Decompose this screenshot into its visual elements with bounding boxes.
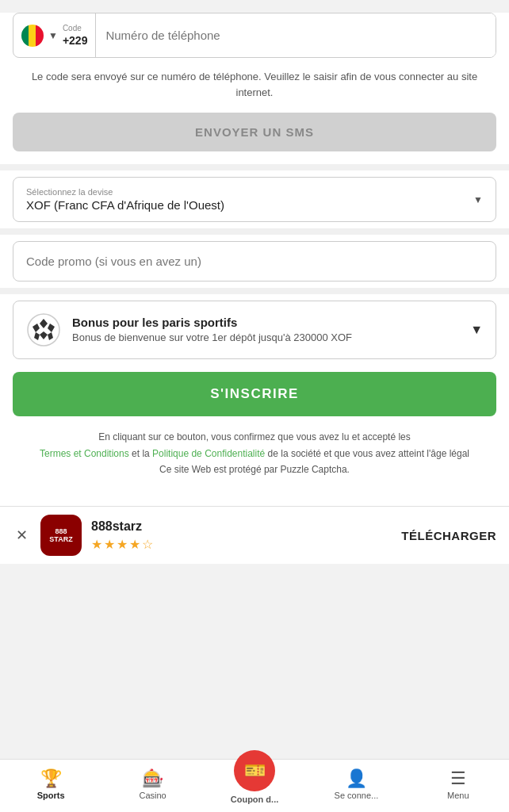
nav-sports-label: Sports [37,791,65,800]
code-value: +229 [63,33,88,48]
app-name: 888starz [91,519,392,534]
bonus-text: Bonus pour les paris sportifs Bonus de b… [72,316,459,345]
currency-chevron-icon: ▼ [473,194,483,205]
terms-line2: de la société et que vous avez atteint l… [268,448,469,459]
app-banner: ✕ 888 STARZ 888starz ★ ★ ★ ★ ☆ TÉLÉCHARG… [0,506,509,564]
banner-close-button[interactable]: ✕ [13,523,31,547]
phone-row: ▼ Code +229 [13,13,496,58]
currency-inner: Sélectionnez la devise XOF (Franc CFA d'… [26,187,224,212]
star-4: ★ [129,537,140,552]
flag-icon [21,25,44,47]
send-sms-button[interactable]: ENVOYER UN SMS [13,113,496,151]
nav-casino[interactable]: 🎰 Casino [101,770,203,800]
nav-coupon[interactable]: 🎫 Coupon d... [204,766,305,804]
section-divider-3 [0,288,509,294]
bottom-nav: 🏆 Sports 🎰 Casino 🎫 Coupon d... 👤 Se con… [0,759,509,812]
section-divider-2 [0,228,509,235]
section-divider [0,164,509,170]
currency-label: Sélectionnez la devise [26,187,224,197]
bonus-description: Bonus de bienvenue sur votre 1er dépôt j… [72,331,459,345]
coupon-icon: 🎫 [244,760,266,781]
bonus-title: Bonus pour les paris sportifs [72,316,459,329]
app-info: 888starz ★ ★ ★ ★ ☆ [91,519,392,552]
star-2: ★ [104,537,115,552]
menu-icon: ☰ [450,770,466,787]
country-code-info: Code +229 [63,23,88,48]
bonus-box[interactable]: Bonus pour les paris sportifs Bonus de b… [13,301,496,359]
trophy-icon: 🏆 [40,770,62,787]
phone-info-text: Le code sera envoyé sur ce numéro de tél… [0,66,509,113]
nav-menu-label: Menu [447,791,469,800]
coupon-circle: 🎫 [234,750,275,791]
nav-coupon-label: Coupon d... [231,795,278,804]
code-label: Code [63,23,88,33]
country-chevron-icon: ▼ [48,30,58,41]
casino-icon: 🎰 [142,770,163,787]
nav-sports[interactable]: 🏆 Sports [0,770,101,800]
privacy-link[interactable]: Politique de Confidentialité [152,448,265,459]
terms-line1: En cliquant sur ce bouton, vous confirme… [98,431,411,442]
star-1: ★ [91,537,102,552]
star-3: ★ [117,537,128,552]
user-icon: 👤 [346,770,367,787]
register-button[interactable]: S'INSCRIRE [13,372,496,416]
nav-menu[interactable]: ☰ Menu [408,770,509,800]
spacer [0,564,509,643]
app-icon-text: 888 STARZ [49,527,72,545]
bonus-chevron-icon: ▼ [470,323,483,337]
download-button[interactable]: TÉLÉCHARGER [401,529,496,542]
app-icon: 888 STARZ [40,515,82,556]
country-selector[interactable]: ▼ Code +229 [13,13,96,57]
star-half: ☆ [142,537,153,552]
terms-mid: et la [132,448,152,459]
nav-login[interactable]: 👤 Se conne... [305,770,407,800]
currency-selector[interactable]: Sélectionnez la devise XOF (Franc CFA d'… [13,177,496,222]
nav-casino-label: Casino [139,791,166,800]
promo-code-input[interactable] [13,241,496,282]
terms-link[interactable]: Termes et Conditions [40,448,129,459]
main-content: ▼ Code +229 Le code sera envoyé sur ce n… [0,13,509,506]
captcha-text: Ce site Web est protégé par Puzzle Captc… [159,464,350,475]
phone-input[interactable] [96,13,496,57]
app-stars: ★ ★ ★ ★ ☆ [91,537,392,552]
currency-value: XOF (Franc CFA d'Afrique de l'Ouest) [26,198,224,212]
terms-text: En cliquant sur ce bouton, vous confirme… [0,429,509,493]
soccer-ball-icon [26,312,61,347]
nav-login-label: Se conne... [335,791,379,800]
